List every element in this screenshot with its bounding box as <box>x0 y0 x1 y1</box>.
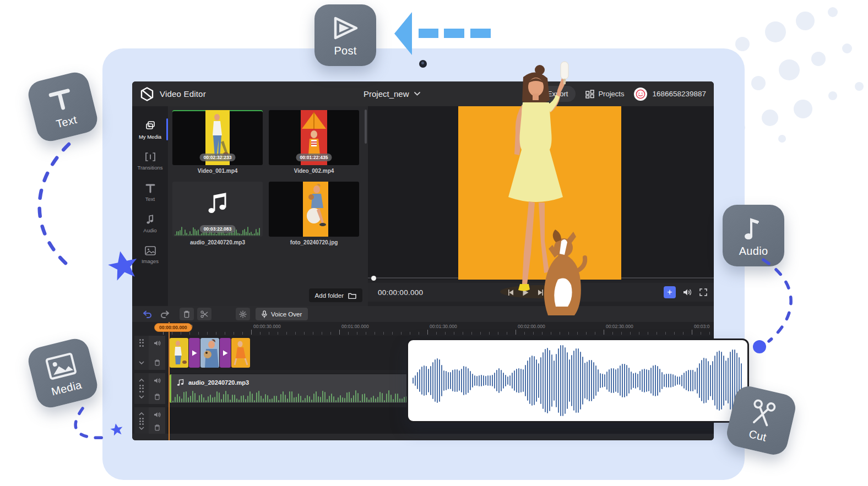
sidebar-item-images[interactable]: Images <box>132 239 168 271</box>
preview-seekbar[interactable] <box>368 277 714 279</box>
badge-media[interactable]: Media <box>25 336 100 411</box>
app-title: Video Editor <box>160 89 206 99</box>
decor-dot <box>842 43 852 53</box>
prev-frame-icon[interactable] <box>508 290 514 296</box>
ruler-label: 00:02:00.000 <box>518 324 545 329</box>
decor-dot <box>779 59 800 80</box>
expand-track-icon[interactable] <box>139 411 144 418</box>
play-icon[interactable] <box>523 289 529 296</box>
decor-dot <box>794 100 812 118</box>
export-button[interactable]: Export <box>526 86 576 102</box>
project-selector[interactable]: Project_new <box>364 81 420 106</box>
duration-badge: 00:02:32:233 <box>199 154 235 161</box>
split-button[interactable] <box>197 308 211 320</box>
expand-track-icon[interactable] <box>139 376 144 384</box>
cut-badge-icon <box>747 396 779 430</box>
mute-track-icon[interactable] <box>154 376 161 384</box>
trash-icon <box>183 310 190 318</box>
voice-over-button[interactable]: Voice Over <box>256 308 308 320</box>
playhead-line[interactable] <box>169 322 170 440</box>
delete-button[interactable] <box>180 308 194 320</box>
decor-dot <box>735 37 750 51</box>
fullscreen-icon[interactable] <box>699 288 707 296</box>
add-folder-button[interactable]: Add folder <box>309 288 362 302</box>
media-name: Video_002.mp4 <box>269 168 359 174</box>
badge-post[interactable]: Post <box>314 4 376 66</box>
settings-button[interactable] <box>236 308 250 320</box>
track-drag-handle[interactable] <box>139 418 144 425</box>
decor-dot <box>855 82 864 91</box>
left-rail: My Media Transitions Text Audio Images <box>132 106 168 307</box>
ruler-label: 00:01:30.000 <box>430 324 457 329</box>
clip-thumb <box>170 338 188 368</box>
mute-track-icon[interactable] <box>154 411 161 418</box>
projects-button[interactable]: Projects <box>585 90 624 99</box>
redo-button[interactable] <box>158 308 172 320</box>
avatar <box>634 88 647 101</box>
media-tile-video2[interactable]: 00:01:22:435 <box>269 110 359 165</box>
ruler-label: 00:00:30.000 <box>253 324 281 329</box>
media-tile-video1[interactable]: 00:02:32:233 <box>172 110 263 165</box>
timeline-ruler[interactable]: 00:00:00.000 00:00:30.000 00:01:00.000 0… <box>132 322 714 335</box>
scissors-icon <box>200 310 208 318</box>
sidebar-item-text[interactable]: Text <box>132 177 168 208</box>
track-drag-handle[interactable] <box>139 385 144 392</box>
media-badge-icon <box>44 348 78 383</box>
delete-track-icon[interactable] <box>154 359 160 367</box>
sidebar-item-transitions[interactable]: Transitions <box>132 145 168 177</box>
zoom-add-button[interactable]: + <box>664 286 676 298</box>
sidebar-item-audio[interactable]: Audio <box>132 208 168 239</box>
music-note-icon <box>207 192 229 216</box>
video-clip-sequence[interactable] <box>170 338 250 368</box>
collapse-track-icon[interactable] <box>139 359 144 367</box>
tablet-camera-dot <box>419 60 427 68</box>
transition-block[interactable] <box>189 338 200 368</box>
media-name: audio_20240720.mp3 <box>172 239 263 245</box>
volume-icon[interactable] <box>683 288 692 296</box>
folder-icon <box>348 292 356 299</box>
ruler-label: 00:03:0 <box>694 324 709 329</box>
next-frame-icon[interactable] <box>538 290 543 296</box>
media-tile-foto[interactable] <box>269 182 359 237</box>
sidebar-item-my-media[interactable]: My Media <box>132 114 168 145</box>
seek-handle[interactable] <box>371 276 376 281</box>
badge-text[interactable]: Text <box>25 69 100 144</box>
account-chip[interactable]: 1686658239887 <box>634 88 706 101</box>
project-name: Project_new <box>364 89 409 99</box>
transition-block[interactable] <box>220 338 231 368</box>
user-id: 1686658239887 <box>652 90 706 98</box>
delete-track-icon[interactable] <box>154 393 160 401</box>
media-tile-audio[interactable]: 00:03:22.083 <box>172 182 263 237</box>
audio-waveform-popup <box>406 338 749 423</box>
dashed-curve-left <box>40 144 73 270</box>
playhead-time-pill[interactable]: 00:00:00.000 <box>154 323 192 332</box>
undo-button[interactable] <box>140 308 154 320</box>
timeline-footer <box>132 434 714 440</box>
undo-icon <box>143 310 152 318</box>
app-logo-icon <box>140 87 154 101</box>
badge-audio[interactable]: Audio <box>723 205 784 266</box>
waveform-canvas <box>413 345 742 417</box>
top-bar: Video Editor Project_new Export Projects <box>132 81 714 107</box>
text-icon <box>145 183 155 193</box>
timeline-toolbar: Voice Over <box>132 306 714 322</box>
decor-dot <box>828 91 837 100</box>
collapse-track-icon[interactable] <box>139 393 144 401</box>
mute-track-icon[interactable] <box>154 339 161 347</box>
ruler-label: 00:02:30.000 <box>606 324 633 329</box>
transitions-icon <box>145 152 156 162</box>
media-name: Video_001.mp4 <box>172 168 263 174</box>
track-drag-handle[interactable] <box>139 339 144 347</box>
decor-dot <box>762 110 778 126</box>
page: { "app": { "title": "Video Editor", "pro… <box>0 0 868 486</box>
collapse-track-icon[interactable] <box>139 425 144 432</box>
media-panel: 00:02:32:233 00:01:22:435 00:03:22.083 V… <box>168 106 368 307</box>
foto-thumbnail <box>303 182 328 237</box>
media-scrollbar[interactable] <box>365 110 367 144</box>
delete-track-icon[interactable] <box>154 424 160 432</box>
export-icon <box>534 90 544 98</box>
audio-badge-icon <box>742 214 764 243</box>
decor-dot <box>796 12 815 30</box>
music-note-icon <box>177 379 184 386</box>
decor-dot <box>778 135 786 143</box>
